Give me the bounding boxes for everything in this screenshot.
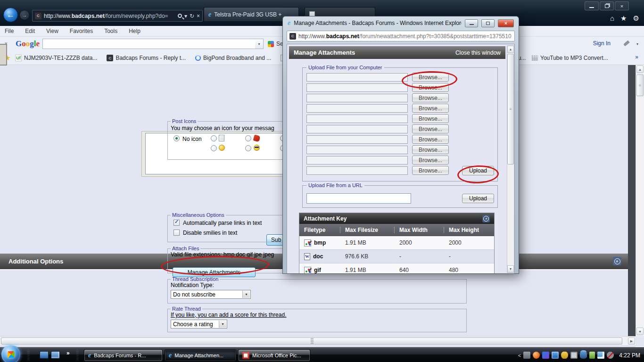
volume-muted-icon[interactable] <box>607 352 614 359</box>
file-input[interactable] <box>306 125 408 133</box>
address-url[interactable]: http://www.badcaps.net/forum/newreply.ph… <box>44 13 175 19</box>
browse-button[interactable]: Browse... <box>412 166 449 175</box>
show-desktop-icon[interactable] <box>40 351 49 359</box>
hidden-icons-chevron[interactable]: < <box>518 353 521 358</box>
messenger-icon[interactable] <box>552 352 559 359</box>
file-input[interactable] <box>306 156 408 165</box>
favorite-label: Badcaps Forums - Reply t... <box>116 55 186 61</box>
file-input[interactable] <box>306 146 408 154</box>
google-search-input[interactable] <box>42 39 256 49</box>
vertical-scroll-thumb[interactable]: ≡ <box>636 74 644 96</box>
eject-device-icon[interactable] <box>523 352 530 359</box>
radio-icon-cool[interactable] <box>245 145 251 151</box>
window-switcher-icon[interactable] <box>51 351 60 359</box>
wrench-icon[interactable] <box>623 40 631 47</box>
checkbox-disable-smilies[interactable] <box>173 230 180 236</box>
menu-view[interactable]: View <box>46 28 58 34</box>
table-header-row: Filetype Max Filesize Max Width Max Heig… <box>299 224 494 236</box>
rating-select[interactable]: Choose a rating ▾ <box>171 320 227 329</box>
storage-icon[interactable] <box>561 352 568 359</box>
close-button[interactable]: × <box>615 1 629 10</box>
favorite-youtube-mp3[interactable]: YouTube to MP3 Convert... <box>532 55 608 61</box>
popup-scroll-thumb[interactable]: ≡ <box>507 54 514 165</box>
taskbar-clock[interactable]: 4:22 PM <box>619 352 640 359</box>
sign-in-link[interactable]: Sign In <box>593 40 611 47</box>
network-icon[interactable] <box>597 352 604 359</box>
home-icon[interactable]: ⌂ <box>610 14 614 23</box>
browse-button[interactable]: Browse... <box>412 114 449 123</box>
radio-icon-thumbsdown[interactable] <box>245 135 251 141</box>
file-input[interactable] <box>306 94 408 102</box>
popup-scrollbar[interactable]: ▲ ≡ ▼ <box>507 45 514 273</box>
refresh-icon[interactable]: ↻ <box>190 13 194 19</box>
menu-file[interactable]: File <box>5 28 14 34</box>
file-input[interactable] <box>306 115 408 123</box>
file-input[interactable] <box>306 135 408 144</box>
file-input[interactable] <box>306 104 408 113</box>
popup-address-bar[interactable]: C http://www.badcaps.net/forum/newattach… <box>287 31 515 41</box>
browse-button[interactable]: Browse... <box>412 93 449 102</box>
url-input[interactable] <box>306 193 411 204</box>
scroll-up-button[interactable]: ▲ <box>636 66 644 73</box>
url-upload-button[interactable]: Upload <box>462 194 494 203</box>
taskbar-button-office-picture[interactable]: Microsoft Office Pic... <box>238 349 310 362</box>
browse-button[interactable]: Browse... <box>412 104 449 113</box>
file-input[interactable] <box>306 73 408 82</box>
forward-button[interactable]: → <box>19 10 30 20</box>
taskbar-button-badcaps[interactable]: e Badcaps Forums - R... <box>84 349 163 362</box>
address-bar[interactable]: C http://www.badcaps.net/forum/newreply.… <box>32 10 203 22</box>
quicklaunch-overflow-icon[interactable]: » <box>66 350 70 356</box>
telstra-icon[interactable] <box>542 352 549 359</box>
ie-icon: e <box>88 352 91 359</box>
menu-edit[interactable]: Edit <box>25 28 35 34</box>
favorite-bigpond[interactable]: BigPond Broadband and ... <box>195 55 271 61</box>
collapse-table-button[interactable]: « <box>482 215 490 222</box>
start-button[interactable] <box>1 345 20 362</box>
browse-button[interactable]: Browse... <box>412 145 449 154</box>
browse-button[interactable]: Browse... <box>412 135 449 144</box>
file-input[interactable] <box>306 83 408 92</box>
stop-icon[interactable]: × <box>197 13 200 19</box>
power-plug-icon[interactable] <box>589 352 595 359</box>
back-button[interactable]: ← <box>3 8 18 22</box>
orange-app-icon[interactable] <box>533 352 540 359</box>
vertical-scrollbar[interactable]: ▲ ≡ ▼ <box>636 65 644 336</box>
google-search-dropdown[interactable]: ▾ <box>255 39 264 49</box>
taskbar-button-manage-attachments[interactable]: e Manage Attachmen... <box>165 349 236 362</box>
browse-button[interactable]: Browse... <box>412 124 449 133</box>
favorites-overflow-icon[interactable]: » <box>635 54 638 60</box>
popup-titlebar[interactable]: e Manage Attachments - Badcaps Forums - … <box>283 16 519 30</box>
address-dropdown-icon[interactable]: ▾ <box>184 13 187 19</box>
file-input[interactable] <box>306 166 408 175</box>
favorites-star-icon[interactable]: ★ <box>620 14 627 23</box>
menu-help[interactable]: Help <box>129 28 140 34</box>
popup-minimize-button[interactable] <box>465 19 478 27</box>
popup-close-button[interactable]: × <box>498 19 514 27</box>
favorite-njm2903v[interactable]: UfNJM2903V-TE1-ZZZB data... <box>15 55 97 61</box>
toolbar-dropdown-icon[interactable]: ▾ <box>636 42 638 46</box>
horizontal-scroll-thumb[interactable]: ⦀⦀⦀ <box>1 337 622 345</box>
notification-type-select[interactable]: Do not subscribe ▾ <box>171 290 251 299</box>
radio-icon-smile[interactable] <box>211 145 217 151</box>
scroll-up-button[interactable]: ▲ <box>507 46 514 53</box>
collapse-section-button[interactable]: « <box>613 257 621 265</box>
database-icon[interactable] <box>580 352 587 359</box>
close-this-window-link[interactable]: Close this window <box>455 49 501 56</box>
scroll-down-button[interactable]: ▼ <box>636 328 644 335</box>
popup-maximize-button[interactable] <box>481 19 495 27</box>
horizontal-scrollbar[interactable]: ⦀⦀⦀ ▶ <box>0 336 636 346</box>
browse-button[interactable]: Browse... <box>412 156 449 165</box>
display-icon[interactable] <box>570 352 578 359</box>
radio-no-icon[interactable] <box>173 135 180 141</box>
checkbox-parse-links[interactable]: ✓ <box>173 220 180 226</box>
favorite-badcaps[interactable]: CBadcaps Forums - Reply t... <box>107 55 186 61</box>
minimize-button[interactable] <box>585 1 599 10</box>
scroll-down-button[interactable]: ▼ <box>507 265 514 272</box>
settings-gear-icon[interactable]: ⚙ <box>633 14 639 23</box>
menu-tools[interactable]: Tools <box>104 28 117 34</box>
search-icon[interactable] <box>178 14 182 18</box>
menu-favorites[interactable]: Favorites <box>70 28 93 34</box>
restore-button[interactable] <box>600 1 614 10</box>
radio-icon-doc[interactable] <box>211 135 217 141</box>
scroll-right-button[interactable]: ▶ <box>628 337 635 345</box>
